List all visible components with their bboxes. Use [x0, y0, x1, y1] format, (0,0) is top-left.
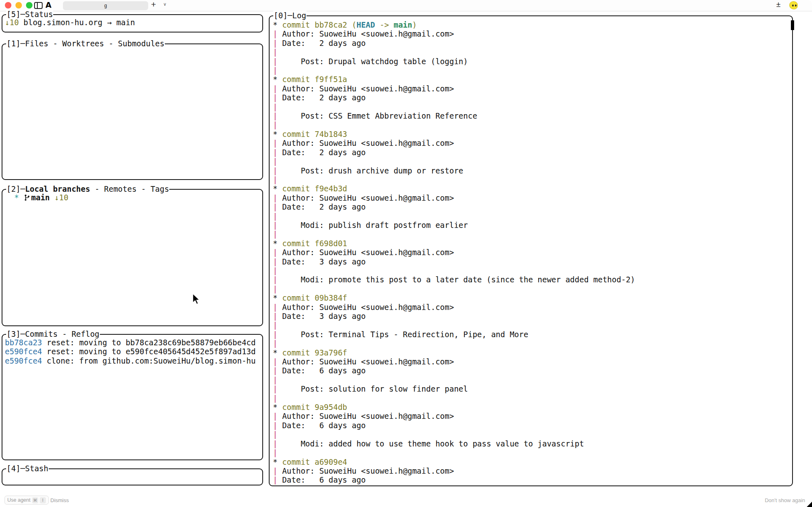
zoom-window-button[interactable] — [26, 2, 32, 9]
log-commit-line: * commit 09b384f — [273, 293, 792, 302]
log-date-line: | Date: 3 days ago — [273, 312, 792, 321]
tab-title: g — [104, 3, 107, 9]
terminal-tab[interactable]: g — [63, 1, 148, 10]
log-date-line: | Date: 2 days ago — [273, 148, 792, 157]
reflog-row[interactable]: bb78ca23 reset: moving to bb78ca238c69be… — [5, 338, 262, 347]
log-graph-line: | — [273, 230, 792, 238]
use-agent-button[interactable]: Use agent ⌘ I — [4, 496, 49, 505]
new-tab-button[interactable]: + — [151, 0, 156, 9]
log-graph-line: | — [273, 339, 792, 348]
log-author-line: | Author: SuoweiHu <suowei.h@gmail.com> — [273, 357, 792, 366]
log-commit-line: * commit f9ff51a — [273, 75, 792, 84]
log-author-line: | Author: SuoweiHu <suowei.h@gmail.com> — [273, 466, 792, 475]
tab-overflow-chevron-icon[interactable]: ∨ — [163, 2, 166, 7]
log-commit-line: * commit 74b1843 — [273, 130, 792, 139]
dont-show-again-button[interactable]: Don't show again — [765, 497, 805, 503]
log-commit-line: * commit f698d01 — [273, 239, 792, 248]
reflog-row[interactable]: e590fce4 reset: moving to e590fce405645d… — [5, 347, 262, 356]
log-message-line: | Post: drush archive dump or restore — [273, 166, 792, 175]
cmd-keycap: ⌘ — [32, 497, 38, 503]
files-panel[interactable]: [1]─Files - Worktrees - Submodules — [2, 43, 263, 180]
commits-reflog-panel[interactable]: [3]─Commits - Reflog bb78ca23 reset: mov… — [2, 334, 263, 460]
log-graph-line: | — [273, 66, 792, 75]
log-graph-line: | — [273, 175, 792, 184]
log-date-line: | Date: 2 days ago — [273, 39, 792, 48]
window-resize-handle[interactable] — [807, 502, 812, 507]
log-graph-line: | — [273, 212, 792, 221]
face-emoji-icon[interactable] — [789, 1, 798, 9]
i-keycap: I — [40, 497, 46, 503]
log-graph-line: | — [273, 266, 792, 275]
status-panel[interactable]: [5]─Status ↓10 blog.simon-hu.org → main — [2, 14, 263, 32]
log-message-line: | Modi: publish draft postfrom earlier — [273, 221, 792, 230]
log-graph-line: | — [273, 48, 792, 56]
plus-minus-icon[interactable]: ± — [776, 0, 780, 9]
log-date-line: | Date: 6 days ago — [273, 366, 792, 375]
use-agent-label: Use agent — [7, 497, 30, 503]
app-logo-icon: A — [45, 0, 52, 9]
log-commit-line: * commit f9e4b3d — [273, 184, 792, 193]
log-graph-line: | — [273, 157, 792, 166]
footer-bar: Use agent ⌘ I Dismiss Don't show again — [0, 489, 812, 507]
log-date-line: | Date: 2 days ago — [273, 93, 792, 102]
log-message-line: | Modi: promote this post to a later dat… — [273, 275, 792, 284]
log-graph-line: | — [273, 284, 792, 293]
log-author-line: | Author: SuoweiHu <suowei.h@gmail.com> — [273, 248, 792, 257]
log-graph-line: | — [273, 375, 792, 384]
log-commit-line: * commit 93a796f — [273, 348, 792, 357]
log-date-line: | Date: 3 days ago — [273, 257, 792, 266]
titlebar: A g + ∨ ± — [0, 0, 812, 11]
stash-panel[interactable]: [4]─Stash — [2, 468, 263, 485]
close-window-button[interactable] — [5, 2, 11, 9]
log-commit-line: * commit bb78ca2 (HEAD -> main) — [273, 20, 792, 29]
log-graph-line: | — [273, 321, 792, 329]
branches-panel[interactable]: [2]─Local branches - Remotes - Tags * ma… — [2, 189, 263, 326]
log-graph-line: | — [273, 394, 792, 403]
log-graph-line: | — [273, 430, 792, 439]
log-panel[interactable]: [0]─Log * commit bb78ca2 (HEAD -> main)|… — [269, 15, 793, 486]
log-date-line: | Date: 6 days ago — [273, 421, 792, 430]
log-message-line: | Post: solution for slow finder panel — [273, 384, 792, 393]
sidebar-toggle-icon[interactable] — [34, 2, 43, 9]
log-graph-line: | — [273, 102, 792, 111]
log-author-line: | Author: SuoweiHu <suowei.h@gmail.com> — [273, 412, 792, 420]
log-commit-line: * commit 9a954db — [273, 403, 792, 412]
log-author-line: | Author: SuoweiHu <suowei.h@gmail.com> — [273, 84, 792, 93]
terminal-window: A g + ∨ ± [5]─Status ↓10 blog.simon-hu.o… — [0, 0, 812, 507]
dismiss-button[interactable]: Dismiss — [50, 497, 69, 503]
log-graph-line: | — [273, 120, 792, 129]
log-message-line: | Modi: added how to use theme hook to p… — [273, 439, 792, 448]
log-author-line: | Author: SuoweiHu <suowei.h@gmail.com> — [273, 29, 792, 38]
mouse-cursor — [192, 293, 201, 306]
reflog-row[interactable]: e590fce4 clone: from github.com:SuoweiHu… — [5, 356, 262, 365]
git-branch-icon — [24, 194, 30, 201]
log-date-line: | Date: 6 days ago — [273, 475, 792, 484]
log-commit-line: * commit a6909e4 — [273, 457, 792, 466]
log-author-line: | Author: SuoweiHu <suowei.h@gmail.com> — [273, 139, 792, 147]
log-graph-line: | — [273, 448, 792, 457]
log-author-line: | Author: SuoweiHu <suowei.h@gmail.com> — [273, 193, 792, 202]
branch-row-main[interactable]: * main ↓10 — [5, 193, 262, 202]
log-message-line: | Post: CSS Emmet Abbreviation Reference — [273, 111, 792, 120]
minimize-window-button[interactable] — [15, 2, 22, 9]
log-scrollbar-thumb[interactable] — [791, 20, 794, 30]
log-message-line: | Post: Terminal Tips - Redirection, Pip… — [273, 330, 792, 339]
status-line: ↓10 blog.simon-hu.org → main — [5, 18, 262, 27]
log-message-line: | Post: Drupal watchdog table (loggin) — [273, 57, 792, 66]
log-author-line: | Author: SuoweiHu <suowei.h@gmail.com> — [273, 303, 792, 312]
log-date-line: | Date: 2 days ago — [273, 202, 792, 211]
